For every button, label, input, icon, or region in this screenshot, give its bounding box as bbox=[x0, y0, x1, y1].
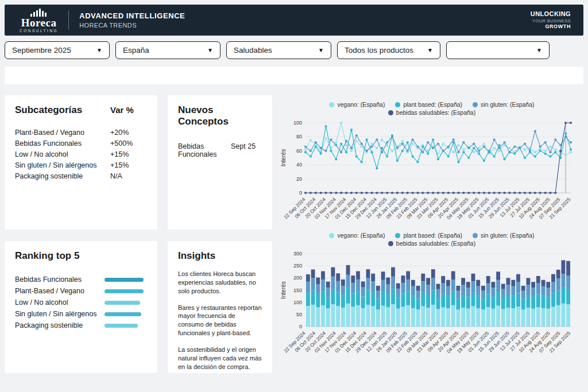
concept-date: Sept 25 bbox=[231, 142, 262, 158]
country-filter-dropdown[interactable]: España ▼ bbox=[115, 41, 220, 59]
legend-item[interactable]: plant based: (España) bbox=[395, 101, 462, 108]
insight-paragraph: Los clientes Horeca buscan experiencias … bbox=[178, 270, 262, 296]
subcategories-card: Subcategorías Var % Plant-Based / Vegano… bbox=[5, 95, 157, 230]
legend-item[interactable]: bebidas saludables: (España) bbox=[388, 109, 475, 116]
header-titles: ADVANCED INTELLIGENCE HORECA TRENDS bbox=[79, 11, 185, 29]
legend-item[interactable]: sin gluten: (España) bbox=[473, 232, 534, 239]
subcategory-label: Low / No alcohol bbox=[15, 150, 110, 158]
filter-bar: Septiembre 2025 ▼ España ▼ Saludables ▼ … bbox=[5, 41, 550, 59]
insights-title: Insights bbox=[178, 250, 262, 262]
chevron-down-icon: ▼ bbox=[427, 47, 433, 53]
legend-dot-icon bbox=[329, 102, 334, 107]
brand-subtitle: CONSULTING bbox=[20, 29, 58, 33]
ranking-card: Ranking top 5 Bebidas Funcionales Plant-… bbox=[5, 241, 157, 373]
svg-text:40: 40 bbox=[296, 162, 302, 168]
header-divider bbox=[68, 10, 69, 30]
svg-text:0: 0 bbox=[299, 324, 302, 329]
legend-dot-icon bbox=[329, 233, 334, 238]
legend-label: bebidas saludables: (España) bbox=[396, 240, 475, 247]
svg-text:300: 300 bbox=[293, 251, 302, 257]
interest-line-chart: vegano: (España)plant based: (España)sin… bbox=[279, 101, 585, 235]
var-column-header: Var % bbox=[110, 105, 147, 115]
ranking-label: Bebidas Funcionales bbox=[15, 275, 105, 284]
svg-text:50: 50 bbox=[296, 312, 302, 317]
legend-item[interactable]: plant based: (España) bbox=[395, 232, 462, 239]
legend-dot-icon bbox=[473, 102, 478, 107]
ranking-bar bbox=[105, 312, 141, 316]
svg-text:80: 80 bbox=[296, 134, 302, 139]
products-filter-value: Todos los productos bbox=[345, 46, 413, 55]
insight-paragraph: Bares y restaurantes reportan mayor frec… bbox=[178, 304, 262, 337]
ranking-label: Packaging sostenible bbox=[15, 321, 105, 329]
ranking-label: Plant-Based / Vegano bbox=[15, 287, 105, 295]
products-filter-dropdown[interactable]: Todos los productos ▼ bbox=[337, 41, 440, 59]
ranking-bar bbox=[105, 324, 138, 328]
legend-dot-icon bbox=[395, 233, 400, 238]
table-row: Low / No alcohol +15% bbox=[15, 150, 147, 158]
bar-chart-plot: 05010015020025030022 Sep 202406 Oct 2024… bbox=[279, 249, 585, 369]
new-concepts-card: Nuevos Conceptos Bebidas Funcionales Sep… bbox=[168, 95, 272, 230]
chevron-down-icon: ▼ bbox=[536, 47, 542, 53]
month-filter-dropdown[interactable]: Septiembre 2025 ▼ bbox=[5, 41, 110, 59]
category-filter-dropdown[interactable]: Saludables ▼ bbox=[226, 41, 331, 59]
legend-label: plant based: (España) bbox=[403, 232, 462, 239]
chevron-down-icon: ▼ bbox=[96, 47, 102, 53]
list-item: Bebidas Funcionales bbox=[15, 275, 147, 284]
table-row: Packaging sostenible N/A bbox=[15, 172, 147, 180]
legend-label: vegano: (España) bbox=[337, 232, 385, 239]
svg-text:100: 100 bbox=[293, 300, 302, 305]
subcategory-var: +15% bbox=[110, 161, 147, 169]
subcategory-var: +500% bbox=[110, 139, 147, 148]
legend-label: sin gluten: (España) bbox=[481, 232, 534, 239]
month-filter-value: Septiembre 2025 bbox=[12, 46, 71, 55]
insight-paragraph: La sostenibilidad y el origen natural in… bbox=[178, 346, 262, 371]
ranking-bar bbox=[105, 278, 144, 282]
svg-text:100: 100 bbox=[293, 120, 302, 126]
legend-item[interactable]: sin gluten: (España) bbox=[473, 101, 534, 108]
subcategory-var: +20% bbox=[110, 129, 147, 137]
chevron-down-icon: ▼ bbox=[207, 47, 213, 53]
legend-label: sin gluten: (España) bbox=[481, 101, 534, 108]
extra-filter-dropdown[interactable]: ▼ bbox=[446, 41, 550, 59]
subcategory-var: N/A bbox=[110, 172, 147, 180]
table-row: Bebidas Funcionales +500% bbox=[15, 139, 147, 148]
insights-card: Insights Los clientes Horeca buscan expe… bbox=[168, 241, 272, 373]
horeca-logo: Horeca CONSULTING bbox=[20, 7, 58, 33]
ranking-bar bbox=[105, 289, 144, 293]
concept-label: Bebidas Funcionales bbox=[178, 142, 227, 158]
category-filter-value: Saludables bbox=[234, 46, 272, 55]
horeca-logo-bars-icon bbox=[29, 7, 49, 17]
legend-label: plant based: (España) bbox=[403, 101, 462, 108]
page-subtitle: HORECA TRENDS bbox=[79, 22, 185, 29]
list-item: Plant-Based / Vegano bbox=[15, 287, 147, 295]
page-title: ADVANCED INTELLIGENCE bbox=[79, 11, 185, 20]
bar-chart-legend: vegano: (España)plant based: (España)sin… bbox=[279, 232, 585, 247]
subcategory-label: Packaging sostenible bbox=[15, 172, 110, 180]
subcategory-label: Plant-Based / Vegano bbox=[15, 129, 110, 137]
list-item: Packaging sostenible bbox=[15, 321, 147, 329]
legend-item[interactable]: vegano: (España) bbox=[329, 232, 385, 239]
subcategories-title: Subcategorías bbox=[15, 104, 110, 116]
legend-dot-icon bbox=[395, 102, 400, 107]
interest-stacked-bar-chart: vegano: (España)plant based: (España)sin… bbox=[279, 232, 585, 369]
tagline-line2: YOUR BUSINESS bbox=[531, 18, 571, 24]
ranking-label: Low / No alcohol bbox=[15, 298, 105, 306]
svg-text:20: 20 bbox=[296, 176, 302, 182]
ranking-bar bbox=[105, 301, 140, 305]
country-filter-value: España bbox=[123, 46, 149, 55]
svg-text:200: 200 bbox=[293, 275, 302, 281]
tagline-line3: GROWTH bbox=[531, 24, 571, 30]
svg-text:150: 150 bbox=[293, 288, 302, 293]
tagline-line1: UNLOCKING bbox=[531, 10, 571, 18]
line-chart-plot: 02040608010022 Sep 202406 Oct 202420 Oct… bbox=[279, 118, 585, 235]
list-item: Bebidas Funcionales Sept 25 bbox=[178, 142, 262, 158]
legend-item[interactable]: vegano: (España) bbox=[329, 101, 385, 108]
chevron-down-icon: ▼ bbox=[318, 47, 324, 53]
svg-text:Interés: Interés bbox=[280, 281, 287, 299]
subcategory-label: Bebidas Funcionales bbox=[15, 139, 110, 148]
legend-item[interactable]: bebidas saludables: (España) bbox=[388, 240, 475, 247]
list-item: Low / No alcohol bbox=[15, 298, 147, 306]
ranking-title: Ranking top 5 bbox=[15, 250, 147, 262]
legend-dot-icon bbox=[388, 241, 393, 246]
line-chart-legend: vegano: (España)plant based: (España)sin… bbox=[279, 101, 585, 116]
